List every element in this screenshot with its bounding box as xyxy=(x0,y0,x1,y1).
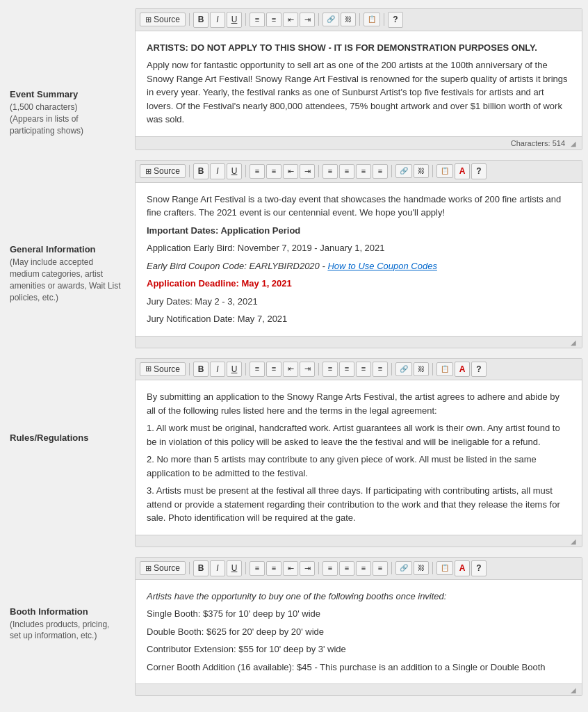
source-button-2[interactable]: ⊞ Source xyxy=(140,164,186,178)
ul-btn-3[interactable]: ≡ xyxy=(266,362,281,376)
source-button-1[interactable]: ⊞ Source xyxy=(140,13,186,26)
italic-btn-2[interactable]: I xyxy=(210,163,225,179)
ul-btn-1[interactable]: ≡ xyxy=(266,13,281,27)
rules-body[interactable]: By submitting an application to the Snow… xyxy=(136,380,582,535)
font-color-btn-3[interactable]: A xyxy=(455,362,470,378)
italic-btn-1[interactable]: I xyxy=(210,12,225,28)
align-justify-btn-3[interactable]: ≡ xyxy=(373,362,388,376)
link-btn-2[interactable]: 🔗 xyxy=(395,164,412,178)
align-justify-btn-4[interactable]: ≡ xyxy=(373,561,388,576)
source-label-1: Source xyxy=(154,15,180,24)
link-btn-3[interactable]: 🔗 xyxy=(395,362,412,376)
align-right-btn-4[interactable]: ≡ xyxy=(356,561,371,576)
bold-btn-2[interactable]: B xyxy=(193,163,209,179)
outdent-btn-2[interactable]: ⇤ xyxy=(283,164,298,179)
indent-btn-3[interactable]: ⇥ xyxy=(300,362,315,376)
ol-btn-1[interactable]: ≡ xyxy=(250,13,265,27)
copy-btn-2[interactable]: 📋 xyxy=(436,164,453,178)
booth-double: Double Booth: $625 for 20' deep by 20' w… xyxy=(147,625,571,639)
sidebar-sub-event-summary: (1,500 characters)(Appears in lists of p… xyxy=(10,102,122,136)
sidebar-section-rules: Rules/Regulations xyxy=(10,432,122,443)
sidebar-section-general-info: General Information (May include accepte… xyxy=(10,244,122,303)
source-icon-2: ⊞ xyxy=(145,167,152,176)
booth-toolbar: ⊞ Source B I U ≡ ≡ ⇤ ⇥ ≡ ≡ ≡ ≡ 🔗 ⛓ xyxy=(136,558,582,580)
ol-btn-2[interactable]: ≡ xyxy=(250,164,265,179)
align-right-btn-2[interactable]: ≡ xyxy=(356,164,371,179)
resize-handle-4[interactable]: ◢ xyxy=(569,686,576,693)
source-label-3: Source xyxy=(154,364,180,374)
booth-body[interactable]: Artists have the opportunity to buy one … xyxy=(136,580,582,684)
rules-footer: ◢ xyxy=(136,535,582,547)
rules-rule1: 1. All work must be original, handcrafte… xyxy=(147,421,571,448)
general-info-body[interactable]: Snow Range Art Festival is a two-day eve… xyxy=(136,183,582,336)
source-label-4: Source xyxy=(154,563,180,573)
toolbar-sep-3c xyxy=(318,363,319,375)
outdent-btn-1[interactable]: ⇤ xyxy=(283,13,298,27)
indent-btn-4[interactable]: ⇥ xyxy=(300,561,315,576)
copy-btn-4[interactable]: 📋 xyxy=(436,561,453,575)
toolbar-sep-2c xyxy=(318,165,319,177)
align-left-btn-4[interactable]: ≡ xyxy=(322,561,338,576)
general-info-coupon: Early Bird Coupon Code: EARLYBIRD2020 - … xyxy=(147,259,571,273)
sidebar-label-general-info: General Information xyxy=(10,244,122,254)
link-btn-4[interactable]: 🔗 xyxy=(395,561,412,575)
align-center-btn-4[interactable]: ≡ xyxy=(339,561,354,576)
event-summary-body[interactable]: ARTISTS: DO NOT APPLY TO THIS SHOW - IT … xyxy=(136,31,582,136)
align-right-btn-3[interactable]: ≡ xyxy=(356,362,371,376)
ul-btn-4[interactable]: ≡ xyxy=(266,561,281,576)
help-btn-3[interactable]: ? xyxy=(471,362,487,378)
sidebar-section-booth: Booth Information (Includes products, pr… xyxy=(10,606,122,642)
help-btn-2[interactable]: ? xyxy=(471,163,487,179)
toolbar-sep-4e xyxy=(432,562,433,574)
underline-btn-3[interactable]: U xyxy=(227,362,242,378)
help-btn-1[interactable]: ? xyxy=(388,12,403,28)
outdent-btn-4[interactable]: ⇤ xyxy=(283,561,298,576)
font-color-btn-4[interactable]: A xyxy=(455,560,470,576)
align-left-btn-2[interactable]: ≡ xyxy=(322,164,338,179)
unlink-btn-3[interactable]: ⛓ xyxy=(414,362,429,376)
unlink-btn-2[interactable]: ⛓ xyxy=(414,164,429,178)
help-btn-4[interactable]: ? xyxy=(471,560,487,576)
align-justify-btn-2[interactable]: ≡ xyxy=(373,164,388,179)
toolbar-sep-4a xyxy=(189,562,190,574)
indent-btn-1[interactable]: ⇥ xyxy=(300,13,315,27)
underline-btn-4[interactable]: U xyxy=(227,560,242,576)
underline-btn-1[interactable]: U xyxy=(227,12,242,28)
rules-toolbar: ⊞ Source B I U ≡ ≡ ⇤ ⇥ ≡ ≡ ≡ ≡ 🔗 ⛓ xyxy=(136,359,582,381)
copy-btn-3[interactable]: 📋 xyxy=(436,362,453,376)
resize-handle-1[interactable]: ◢ xyxy=(569,140,576,147)
toolbar-sep-2e xyxy=(432,165,433,177)
align-left-btn-3[interactable]: ≡ xyxy=(322,362,338,376)
toolbar-sep-3e xyxy=(432,363,433,375)
resize-handle-3[interactable]: ◢ xyxy=(569,537,576,544)
italic-btn-3[interactable]: I xyxy=(210,362,225,378)
indent-btn-2[interactable]: ⇥ xyxy=(300,164,315,179)
copy-btn-1[interactable]: 📋 xyxy=(364,13,380,26)
source-icon-1: ⊞ xyxy=(145,15,152,24)
font-color-btn-2[interactable]: A xyxy=(455,163,470,179)
resize-handle-2[interactable]: ◢ xyxy=(569,339,576,346)
ol-btn-4[interactable]: ≡ xyxy=(250,561,265,576)
general-info-editor: ⊞ Source B I U ≡ ≡ ⇤ ⇥ ≡ ≡ ≡ ≡ 🔗 ⛓ xyxy=(135,160,582,348)
outdent-btn-3[interactable]: ⇤ xyxy=(283,362,298,376)
coupon-link[interactable]: How to Use Coupon Codes xyxy=(327,261,437,271)
unlink-btn-4[interactable]: ⛓ xyxy=(414,561,429,575)
ol-btn-3[interactable]: ≡ xyxy=(250,362,265,376)
source-button-3[interactable]: ⊞ Source xyxy=(140,362,186,376)
bold-btn-4[interactable]: B xyxy=(193,560,209,576)
toolbar-sep-2a xyxy=(189,165,190,177)
ul-btn-2[interactable]: ≡ xyxy=(266,164,281,179)
unlink-btn-1[interactable]: ⛓ xyxy=(341,13,356,26)
bold-btn-3[interactable]: B xyxy=(193,362,209,378)
rules-editor: ⊞ Source B I U ≡ ≡ ⇤ ⇥ ≡ ≡ ≡ ≡ 🔗 ⛓ xyxy=(135,358,582,547)
booth-corner: Corner Booth Addition (16 available): $4… xyxy=(147,661,571,674)
align-center-btn-2[interactable]: ≡ xyxy=(339,164,354,179)
source-button-4[interactable]: ⊞ Source xyxy=(140,561,186,575)
align-center-btn-3[interactable]: ≡ xyxy=(339,362,354,376)
link-btn-1[interactable]: 🔗 xyxy=(322,13,339,26)
underline-btn-2[interactable]: U xyxy=(227,163,242,179)
main-content: ⊞ Source B I U ≡ ≡ ⇤ ⇥ 🔗 ⛓ 📋 ? xyxy=(132,6,588,706)
bold-btn-1[interactable]: B xyxy=(193,12,209,28)
italic-btn-4[interactable]: I xyxy=(210,560,225,576)
page-container: Event Summary (1,500 characters)(Appears… xyxy=(0,0,588,712)
